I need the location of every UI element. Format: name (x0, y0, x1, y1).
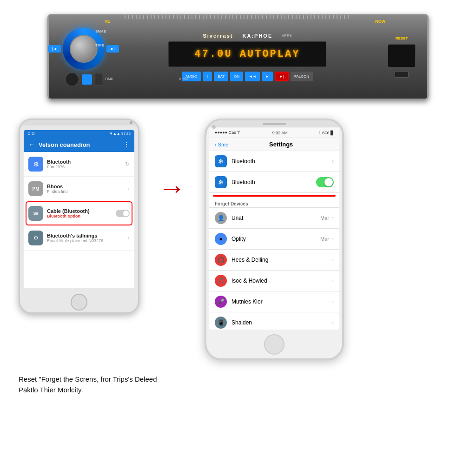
ios-device-chevron-0: › (332, 215, 334, 221)
android-side-buttons (19, 157, 20, 180)
ios-device-icon-4: 🎤 (215, 296, 227, 308)
ios-device-chevron-2: › (332, 257, 334, 263)
ios-segmented-highlight: Portat Derich Ulmore Seeltod (213, 195, 336, 197)
stereo-apps-label: APPS (282, 33, 291, 38)
android-item-text-1: Bluetooth Fün 2376 (47, 159, 125, 169)
stereo-label-time: TIME (95, 43, 104, 47)
ios-device-chevron-4: › (332, 298, 334, 305)
ios-phone-wrapper: ●●●●● Cas 〒 9:32 AM 1 6F6 ▊ ‹ Sme Settin… (205, 119, 344, 360)
ios-segmented-control: Portat Derich Ulmore Seeltod (214, 196, 335, 197)
stereo-active-btn[interactable]: ►| (275, 72, 289, 81)
stereo-falcon-btn[interactable]: FALCON (291, 72, 313, 81)
ios-home-btn[interactable] (264, 334, 284, 355)
stereo-vent (125, 15, 351, 19)
android-item-bhoos[interactable]: PM Bhoos Findea find › (24, 177, 134, 201)
android-item-title-2: Bhoos (47, 184, 128, 189)
ios-nav-title: Settings (228, 141, 334, 148)
ios-device-chevron-5: › (332, 319, 334, 326)
android-status-right: ▼▲▲ 97.86 (109, 132, 131, 136)
ios-device-label-5: Shalden (231, 319, 332, 326)
stereo-knob-ring[interactable] (63, 28, 105, 70)
android-vol-up[interactable] (19, 157, 20, 166)
android-item-title-1: Bluetooth (47, 159, 125, 165)
ios-bt-toggle[interactable] (316, 177, 334, 187)
ios-device-icon-1: ● (215, 233, 227, 245)
android-screen-title: Velson coanedion (39, 141, 90, 148)
android-item-arrow-1: ↻ (125, 161, 130, 167)
ios-device-value-0: Ma‹ (320, 215, 329, 221)
stereo-extra-btns (65, 73, 102, 86)
stereo-left-panel: |◄ ►| (56, 28, 112, 86)
ios-forget-devices-header: Forget Devices (209, 198, 339, 208)
stereo-blue-btn-small[interactable] (82, 74, 92, 85)
stereo-brand-right: KA:PHOE (243, 33, 273, 39)
stereo-knob[interactable] (70, 35, 98, 63)
stereo-bat-btn[interactable]: BAT (214, 72, 228, 81)
ios-device-unat[interactable]: 👤 Unat Ma‹ › (209, 208, 339, 229)
stereo-brand-left: Siverrast (203, 33, 233, 39)
android-item-text-4: Bluetooth's tallnings Eonal Altale plaem… (47, 233, 128, 243)
ios-back-btn[interactable]: ‹ Sme (215, 142, 228, 147)
arrow-section: → (158, 119, 186, 202)
android-screen: ⊙ ⊡ ▼▲▲ 97.86 ← Velson coanedion ⋮ ❄ Blu… (24, 130, 134, 288)
android-toggle[interactable] (116, 210, 130, 217)
stereo-label-ve: VE (105, 19, 110, 24)
ios-device-isoc[interactable]: 🎵 Isoc & Howied › (209, 271, 339, 291)
ios-screen: ●●●●● Cas 〒 9:32 AM 1 6F6 ▊ ‹ Sme Settin… (209, 128, 339, 330)
car-stereo-section: VE NOW TIME XIME SMAE TIME |◄ ►| Siver (0, 0, 476, 109)
stereo-card-slot[interactable] (388, 44, 416, 67)
android-item-title-4: Bluetooth's tallnings (47, 233, 128, 238)
stereo-up-btn[interactable]: ↑ (203, 72, 212, 81)
ios-bt-label-2: Bluetooth (231, 179, 316, 185)
android-item-bluetooth[interactable]: ❄ Bluetooth Fün 2376 ↻ (24, 152, 134, 177)
stereo-display-text: 47.0U AUTOPLAY (195, 48, 300, 60)
bottom-section: ⊙ ⊡ ▼▲▲ 97.86 ← Velson coanedion ⋮ ❄ Blu… (0, 109, 476, 370)
android-item-settings[interactable]: ⚙ Bluetooth's tallnings Eonal Altale pla… (24, 226, 134, 251)
ios-device-hees[interactable]: 🎧 Hees & Delling › (209, 250, 339, 271)
android-top-physical (20, 120, 138, 126)
ios-power-btn[interactable] (343, 167, 344, 190)
stereo-prev-btn[interactable]: |◄ (48, 45, 61, 53)
ios-device-shalden[interactable]: 📱 Shalden › (209, 312, 339, 330)
car-stereo: VE NOW TIME XIME SMAE TIME |◄ ►| Siver (47, 14, 429, 100)
stereo-transport: |◄ ►| (48, 28, 119, 70)
android-menu-btn[interactable]: ⋮ (123, 141, 130, 148)
stereo-fwd-btn[interactable]: ► (262, 72, 273, 81)
stereo-rew-btn[interactable]: ◄◄ (245, 72, 260, 81)
stereo-label-smae: SMAE (95, 29, 106, 33)
ios-bt-icon-2: ❄ (215, 176, 227, 188)
android-vol-down[interactable] (19, 171, 20, 180)
stereo-slot-small (95, 73, 102, 86)
android-home-btn[interactable] (71, 294, 87, 311)
android-item-arrow-4: › (128, 235, 130, 241)
caption-section: Reset "Forget the Screns, fror Trips's D… (0, 370, 476, 395)
android-status-bar: ⊙ ⊡ ▼▲▲ 97.86 (24, 130, 134, 137)
direction-arrow: → (158, 174, 186, 202)
android-settings-icon: ⚙ (28, 231, 43, 245)
android-top-bar: ← Velson coanedion ⋮ (24, 137, 134, 152)
stereo-reset-label: RESET (396, 36, 408, 40)
ios-speaker (263, 123, 286, 125)
android-back-arrow[interactable]: ← (28, 141, 35, 148)
ios-device-oplity[interactable]: ● Oplity Ma‹ › (209, 229, 339, 250)
ios-status-center: 9:32 AM (272, 131, 288, 135)
android-item-text-2: Bhoos Findea find (47, 184, 128, 194)
ios-device-mutnies[interactable]: 🎤 Mutnies Kior › (209, 291, 339, 312)
stereo-on-btn[interactable]: ON (230, 72, 243, 81)
android-cable-icon: S# (28, 206, 43, 221)
ios-bluetooth-row-1[interactable]: ❄ Bluetooth › (209, 151, 339, 172)
ios-device-label-0: Unat (231, 215, 320, 221)
ios-status-right: 1 6F6 ▊ (318, 131, 334, 135)
caption-line-2: Paktlo Thier Morlcity. (19, 385, 457, 396)
ios-bluetooth-toggle-row[interactable]: ❄ Bluetooth (209, 172, 339, 193)
ios-nav-bar: ‹ Sme Settings (209, 138, 339, 151)
android-item-cable[interactable]: S# Cable (Bluetooth) Bluetooth option (24, 201, 134, 226)
stereo-left-knob-small[interactable] (65, 73, 79, 86)
android-item-arrow-2: › (128, 185, 130, 192)
android-item-sub-1: Fün 2376 (47, 165, 125, 169)
android-item-sub-2: Findea find (47, 189, 128, 194)
stereo-usb-slot (395, 71, 409, 78)
ios-toggle-knob (324, 178, 333, 186)
stereo-control-row: AUDIO ↑ BAT ON ◄◄ ► ►| FALCON (182, 72, 313, 81)
android-phone-wrapper: ⊙ ⊡ ▼▲▲ 97.86 ← Velson coanedion ⋮ ❄ Blu… (19, 119, 139, 314)
